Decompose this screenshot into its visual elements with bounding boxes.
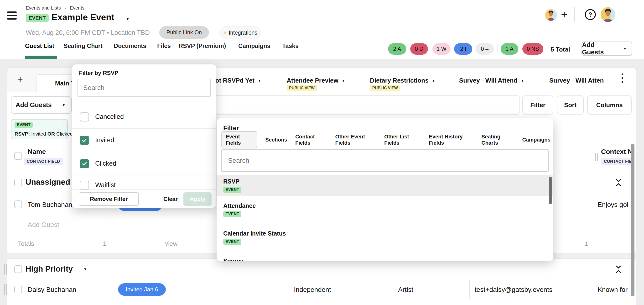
collapse-section-icon[interactable] (615, 179, 622, 186)
count-declined-badge[interactable]: 0 D (410, 43, 428, 55)
add-guests-dropdown[interactable]: ▼ (56, 97, 71, 113)
help-icon[interactable]: ? (585, 9, 596, 20)
active-tab-underline (25, 56, 57, 59)
option-label: Waitlist (95, 181, 116, 189)
remove-filter-button[interactable]: Remove Filter (79, 192, 139, 206)
column-header-attendee-preview[interactable]: Attendee Preview ▼ (287, 77, 345, 84)
sort-button[interactable]: Sort (557, 96, 584, 115)
column-menu-icon[interactable] (619, 74, 626, 83)
occupation-cell[interactable]: Artist (398, 286, 413, 293)
field-option-rsvp[interactable]: RSVP EVENT (216, 175, 553, 196)
count-noshow-badge[interactable]: 0 NS (522, 43, 543, 55)
tab-sections[interactable]: Sections (265, 137, 287, 143)
context-notes-column-header[interactable]: Context N (601, 148, 631, 156)
collapse-section-icon[interactable] (615, 265, 622, 273)
add-guest-row[interactable]: Add Guest (28, 221, 59, 229)
rsvp-option-waitlist[interactable]: Waitlist (72, 175, 216, 189)
filter-button-label: Filter (530, 101, 546, 109)
section-header-unassigned[interactable]: Unassigned (26, 178, 70, 187)
count-attending-badge[interactable]: 2 A (388, 43, 406, 55)
tab-event-fields[interactable]: Event Fields (221, 131, 257, 148)
rsvp-option-cancelled[interactable]: Cancelled (72, 105, 216, 128)
section-caret-icon[interactable]: ▼ (84, 267, 87, 271)
section-checkbox[interactable] (14, 265, 22, 273)
tab-tasks[interactable]: Tasks (282, 43, 299, 49)
field-option-attendance[interactable]: Attendance EVENT (216, 196, 553, 224)
tab-campaigns[interactable]: Campaigns (238, 43, 270, 49)
rsvp-status-chip[interactable]: Invited Jan 6 (118, 283, 166, 296)
guest-name[interactable]: Daisy Buchanan (28, 286, 76, 293)
count-none-badge[interactable]: 0 – (476, 43, 494, 55)
tab-seating-charts[interactable]: Seating Charts (482, 134, 514, 146)
tab-other-list-fields[interactable]: Other List Fields (384, 134, 421, 146)
name-column-header[interactable]: Name (28, 148, 46, 156)
tab-campaigns[interactable]: Campaigns (522, 137, 550, 143)
tab-rsvp-premium[interactable]: RSVP (Premium) (179, 43, 226, 49)
invited-checkbox[interactable] (80, 136, 89, 145)
breadcrumb-link-events-and-lists[interactable]: Events and Lists (26, 5, 61, 11)
row-checkbox[interactable] (14, 200, 22, 208)
context-notes-cell[interactable]: Enjoys gol (598, 201, 631, 209)
event-type-badge: EVENT (26, 14, 49, 22)
filter-operator: OR (48, 131, 55, 137)
affiliation-cell[interactable]: Independent (294, 286, 331, 293)
select-all-checkbox[interactable] (14, 152, 22, 160)
table-add-guests-button[interactable]: Add Guests ▼ (11, 96, 72, 114)
add-guests-dropdown[interactable]: ▼ (618, 42, 632, 55)
add-guests-button[interactable]: Add Guests ▼ (582, 42, 632, 56)
field-option-calendar-invite-status[interactable]: Calendar Invite Status EVENT (216, 224, 553, 251)
clicked-checkbox[interactable] (80, 159, 89, 168)
public-link-pill[interactable]: Public Link On (159, 26, 209, 39)
popup-list-scrollbar[interactable] (549, 177, 552, 204)
section-drag-handle[interactable] (4, 264, 5, 275)
guest-name[interactable]: Tom Buchanan (28, 201, 72, 209)
add-sheet-tab-button[interactable]: + (8, 68, 33, 92)
title-dropdown-icon[interactable]: ▼ (126, 17, 130, 21)
field-option-source[interactable]: Source (216, 251, 553, 261)
hamburger-menu-icon[interactable] (7, 12, 17, 20)
integrations-pill[interactable]: ⚡ Integrations (220, 26, 261, 39)
filter-value: Invited (31, 131, 46, 137)
email-cell[interactable]: test+daisy@gatsby.events (475, 286, 552, 293)
row-drag-handle[interactable] (4, 284, 5, 295)
waitlist-checkbox[interactable] (80, 181, 89, 189)
field-label: Source (223, 257, 244, 261)
table-scrollbar[interactable] (631, 144, 634, 296)
column-header-survey-2[interactable]: Survey - Will Atten (549, 77, 607, 84)
add-collaborator-icon[interactable]: + (561, 8, 568, 21)
collaborator-avatar[interactable] (545, 9, 557, 21)
column-header-dietary[interactable]: Dietary Restrictions ▼ (370, 77, 435, 84)
totals-view-link[interactable]: view (143, 240, 178, 247)
count-invited-badge[interactable]: 2 I (454, 43, 472, 55)
count-waitlist-badge[interactable]: 1 W (432, 43, 450, 55)
filter-button[interactable]: Filter (522, 96, 553, 115)
clear-button[interactable]: Clear (164, 196, 178, 202)
count-arrived-badge[interactable]: 1 A (501, 43, 518, 55)
tab-documents[interactable]: Documents (114, 43, 146, 49)
tab-guest-list[interactable]: Guest List (25, 43, 54, 49)
section-checkbox[interactable] (14, 179, 22, 186)
section-header-high-priority[interactable]: High Priority (26, 264, 73, 273)
context-notes-cell[interactable]: Known for (598, 286, 631, 293)
row-checkbox[interactable] (14, 286, 22, 293)
tab-seating-chart[interactable]: Seating Chart (64, 43, 102, 49)
tab-files[interactable]: Files (157, 43, 171, 49)
field-label: RSVP (223, 178, 240, 185)
column-header-not-rsvpd[interactable]: Not RSVPd Yet ▼ (211, 77, 261, 84)
hamburger-bar (7, 15, 17, 16)
rsvp-option-invited[interactable]: Invited (72, 129, 216, 152)
apply-button[interactable]: Apply (184, 192, 212, 206)
tab-event-history-fields[interactable]: Event History Fields (429, 134, 473, 146)
tab-contact-fields[interactable]: Contact Fields (295, 134, 327, 146)
field-search-input[interactable] (221, 149, 548, 172)
rsvp-option-clicked[interactable]: Clicked (72, 152, 216, 175)
columns-button[interactable]: Columns (587, 96, 632, 115)
option-label: Invited (95, 137, 114, 144)
tab-other-event-fields[interactable]: Other Event Fields (335, 134, 376, 146)
user-avatar[interactable] (600, 7, 616, 22)
column-header-survey-will-attend[interactable]: Survey - Will Attend ▼ (459, 77, 524, 84)
active-filter-chip[interactable]: EVENT RSVP: Invited OR Clicked (11, 119, 68, 139)
breadcrumb-link-events[interactable]: Events (70, 5, 84, 11)
cancelled-checkbox[interactable] (80, 112, 89, 122)
rsvp-filter-search-input[interactable] (78, 79, 210, 97)
